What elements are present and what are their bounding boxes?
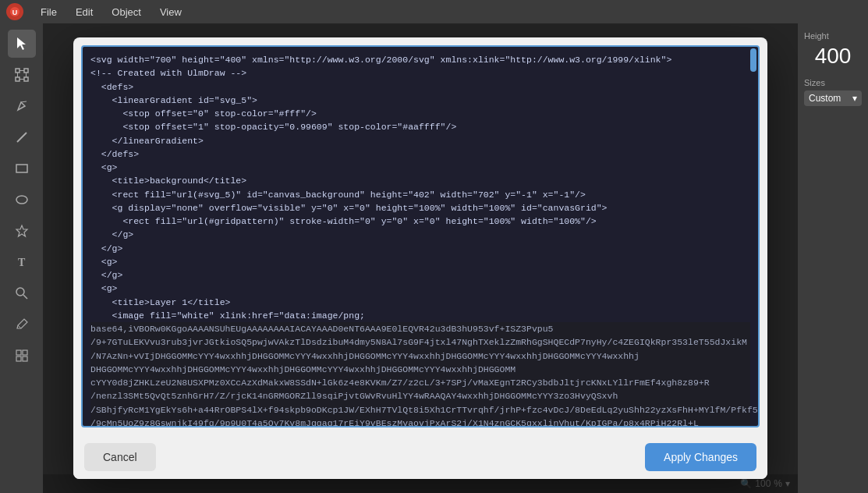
svg-rect-4: [24, 69, 28, 73]
code-line-2: <!-- Created with UlmDraw -->: [90, 66, 750, 80]
app-icon: U: [6, 3, 23, 20]
code-editor[interactable]: <svg width="700" height="400" xmlns="htt…: [81, 45, 760, 427]
select-tool-btn[interactable]: [8, 30, 36, 58]
dialog-footer: Cancel Apply Changes: [73, 435, 767, 479]
menubar: U File Edit Object View: [0, 0, 868, 23]
svg-rect-6: [24, 77, 28, 81]
code-line-3: <defs>: [90, 80, 750, 94]
code-scroll-area[interactable]: <svg width="700" height="400" xmlns="htt…: [83, 47, 758, 426]
code-line-22: /9+7GTuLEKVvu3rub3jvrJGtkioSQ5pwjwVAkzTl…: [90, 335, 750, 349]
svg-line-19: [18, 325, 21, 328]
star-tool-btn[interactable]: [8, 217, 36, 245]
code-line-21: base64,iVBORw0KGgoAAAANSUhEUgAAAAAAAAIAC…: [90, 322, 750, 335]
main-canvas-area: <svg width="700" height="400" xmlns="htt…: [43, 23, 798, 493]
code-line-6: <stop offset="1" stop-opacity="0.99609" …: [90, 120, 750, 133]
svg-rect-21: [23, 350, 27, 355]
height-label: Height: [804, 31, 862, 41]
canvas-tool-btn[interactable]: [8, 342, 36, 370]
svg-text:U: U: [12, 9, 18, 16]
sizes-select[interactable]: Custom ▾: [804, 90, 862, 106]
code-line-19: <title>Layer 1</title>: [90, 296, 750, 309]
svg-text:T: T: [18, 257, 26, 268]
pen-tool-btn[interactable]: [8, 92, 36, 120]
svg-rect-5: [16, 77, 19, 81]
code-line-26: /nenzl3SMt5QvQt5znhGrH7/Z/rjcK14nGRMGORZ…: [90, 389, 750, 403]
code-line-10: <title>background</title>: [90, 174, 750, 187]
svg-rect-13: [16, 165, 27, 172]
svg-marker-2: [17, 37, 26, 50]
height-value: 400: [804, 44, 862, 69]
text-tool-btn[interactable]: T: [8, 248, 36, 276]
code-line-15: </g>: [90, 242, 750, 255]
svg-edit-dialog: <svg width="700" height="400" xmlns="htt…: [73, 37, 767, 479]
svg-rect-3: [16, 69, 19, 73]
svg-rect-22: [16, 356, 21, 361]
line-tool-btn[interactable]: [8, 123, 36, 151]
right-panel: Height 400 Sizes Custom ▾: [798, 23, 868, 493]
code-line-1: <svg width="700" height="400" xmlns="htt…: [90, 53, 750, 66]
code-line-11: <rect fill="url(#svg_5)" id="canvas_back…: [90, 188, 750, 201]
dialog-body: <svg width="700" height="400" xmlns="htt…: [73, 37, 767, 435]
apply-changes-button[interactable]: Apply Changes: [645, 443, 756, 471]
scroll-indicator: [750, 48, 756, 72]
svg-rect-23: [23, 356, 27, 361]
svg-line-11: [21, 101, 27, 102]
sizes-label: Sizes: [804, 78, 862, 87]
code-line-13: <rect fill="url(#gridpattern)" stroke-wi…: [90, 215, 750, 228]
node-tool-btn[interactable]: [8, 61, 36, 89]
svg-line-18: [23, 295, 27, 299]
code-line-14: </g>: [90, 228, 750, 241]
dialog-overlay: <svg width="700" height="400" xmlns="htt…: [43, 23, 798, 493]
ellipse-tool-btn[interactable]: [8, 186, 36, 214]
code-line-25: cYYY0d8jZHKLzeU2N8USXPMz0XCcAzXdMakxW8SS…: [90, 376, 750, 389]
svg-line-12: [17, 133, 27, 142]
code-line-27: /SBhjfyRcM1YgEkYs6h+a44RrOBPS4lX+f94skpb…: [90, 403, 750, 417]
search-tool-btn[interactable]: [8, 279, 36, 307]
menu-object[interactable]: Object: [104, 5, 149, 20]
edit-tool-btn[interactable]: [8, 310, 36, 339]
code-line-4: <linearGradient id="svg_5">: [90, 94, 750, 107]
code-line-9: <g>: [90, 161, 750, 174]
code-line-20: <image fill="white" xlink:href="data:ima…: [90, 309, 750, 322]
code-line-18: <g>: [90, 282, 750, 295]
chevron-down-icon: ▾: [852, 93, 857, 104]
code-line-28: /9cMn5UoZ9z8GswnjkI49fq/9p9U0T4a5Qy7Kv8m…: [90, 417, 750, 426]
code-line-12: <g display="none" overflow="visible" y="…: [90, 201, 750, 215]
cancel-button[interactable]: Cancel: [84, 443, 156, 471]
menu-file[interactable]: File: [33, 5, 65, 20]
code-line-23: /N7AzNn+vVIjDHGGOMMcYYY4wxxhhjDHGGOMMcYY…: [90, 349, 750, 363]
code-line-7: </linearGradient>: [90, 134, 750, 147]
code-line-24: DHGGOMMcYYY4wxxhhjDHGGOMMcYYY4wxxhhjDHGG…: [90, 363, 750, 376]
rect-tool-btn[interactable]: [8, 154, 36, 183]
menu-view[interactable]: View: [152, 5, 190, 20]
code-line-16: <g>: [90, 255, 750, 268]
menu-edit[interactable]: Edit: [68, 5, 101, 20]
code-line-8: </defs>: [90, 147, 750, 161]
svg-marker-15: [16, 225, 27, 236]
left-toolbar: T: [0, 23, 43, 493]
svg-point-14: [16, 196, 27, 204]
code-line-5: <stop offset="0" stop-color="#fff"/>: [90, 107, 750, 120]
svg-point-17: [16, 288, 24, 296]
code-line-17: </g>: [90, 268, 750, 282]
svg-rect-20: [16, 350, 21, 355]
sizes-value: Custom: [809, 93, 841, 104]
